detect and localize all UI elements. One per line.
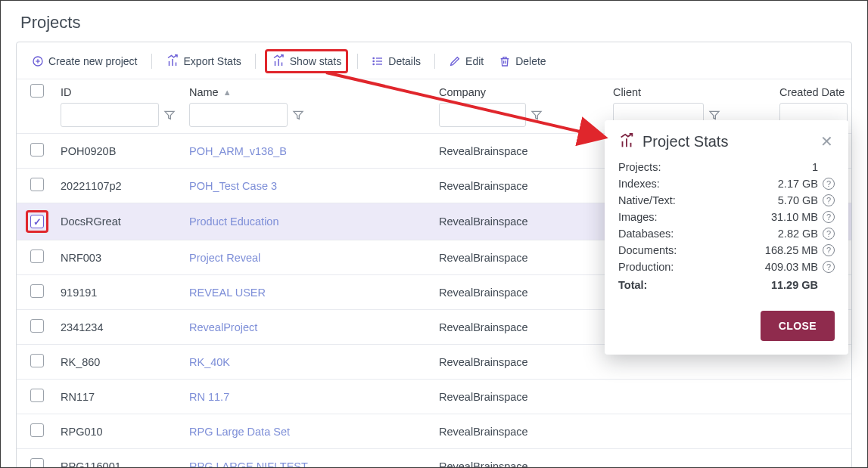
row-name-link[interactable]: RK_40K: [189, 356, 230, 368]
row-id: POH0920B: [61, 145, 116, 157]
help-icon[interactable]: ?: [823, 211, 835, 223]
help-icon[interactable]: ?: [823, 178, 835, 190]
row-company: RevealBrainspace: [439, 356, 528, 368]
stats-label: Indexes:: [618, 178, 758, 190]
edit-button[interactable]: Edit: [444, 52, 488, 70]
filter-icon[interactable]: [708, 109, 720, 121]
stats-row: Projects:1?: [618, 161, 835, 173]
details-label: Details: [388, 55, 421, 67]
row-id: RPG116001: [61, 460, 121, 469]
stats-value: 409.03 MB: [758, 261, 818, 273]
help-icon[interactable]: ?: [823, 228, 835, 240]
stats-value: 2.17 GB: [758, 178, 818, 190]
row-checkbox[interactable]: [30, 215, 44, 228]
row-checkbox[interactable]: [30, 458, 44, 468]
row-company: RevealBrainspace: [439, 180, 528, 192]
stats-label: Projects:: [618, 161, 758, 173]
svg-point-9: [373, 57, 374, 58]
row-company: RevealBrainspace: [439, 460, 528, 469]
sort-asc-icon: ▲: [223, 88, 232, 97]
row-checkbox[interactable]: [30, 284, 44, 298]
help-icon[interactable]: ?: [823, 244, 835, 256]
stats-label: Images:: [618, 211, 758, 223]
row-name-link[interactable]: RPG LARGE NIFI TEST: [189, 460, 308, 469]
row-company: RevealBrainspace: [439, 426, 528, 438]
row-company: RevealBrainspace: [439, 215, 528, 228]
help-icon[interactable]: ?: [823, 194, 835, 206]
col-name-label: Name: [189, 86, 219, 98]
row-checkbox[interactable]: [30, 319, 44, 333]
filter-icon[interactable]: [163, 109, 176, 121]
stats-total-label: Total:: [618, 279, 758, 291]
show-stats-button[interactable]: Show stats: [265, 49, 348, 73]
select-all-checkbox[interactable]: [30, 84, 44, 98]
row-name-link[interactable]: Project Reveal: [189, 252, 260, 264]
row-id: DocsRGreat: [61, 215, 121, 228]
stats-row: Native/Text:5.70 GB?: [618, 194, 835, 206]
filter-name-input[interactable]: [189, 103, 288, 127]
create-project-label: Create new project: [48, 55, 138, 67]
filter-icon[interactable]: [530, 109, 543, 121]
col-created[interactable]: Created Date: [776, 79, 851, 102]
delete-label: Delete: [515, 55, 546, 67]
stats-row: Indexes:2.17 GB?: [618, 178, 835, 190]
row-company: RevealBrainspace: [439, 252, 528, 264]
row-id: NRF003: [61, 252, 101, 264]
row-name-link[interactable]: RN 11.7: [189, 391, 229, 403]
delete-button[interactable]: Delete: [494, 52, 550, 70]
stats-row: Production:409.03 MB?: [618, 261, 835, 273]
filter-company-input[interactable]: [439, 103, 526, 127]
col-company[interactable]: Company: [436, 79, 610, 102]
stats-row: Databases:2.82 GB?: [618, 228, 835, 240]
row-id: 2341234: [61, 321, 103, 333]
stats-label: Production:: [618, 261, 758, 273]
row-name-link[interactable]: POH_ARM_v138_B: [189, 145, 287, 157]
table-row[interactable]: RPG010RPG Large Data SetRevealBrainspace: [17, 414, 851, 449]
create-project-button[interactable]: Create new project: [27, 52, 142, 70]
row-checkbox[interactable]: [30, 178, 44, 191]
bar-chart-up-icon: [618, 133, 635, 150]
row-checkbox[interactable]: [30, 143, 44, 157]
row-checkbox[interactable]: [30, 389, 44, 402]
bar-chart-up-icon: [272, 54, 285, 68]
export-stats-button[interactable]: Export Stats: [161, 51, 246, 71]
close-button[interactable]: CLOSE: [761, 311, 835, 341]
page-title: Projects: [20, 13, 852, 33]
svg-point-11: [373, 64, 374, 64]
stats-value: 2.82 GB: [758, 228, 818, 240]
stats-label: Documents:: [618, 244, 758, 256]
row-name-link[interactable]: Product Education: [189, 215, 279, 228]
project-stats-dialog: Project Stats ✕ Projects:1?Indexes:2.17 …: [605, 120, 848, 355]
edit-label: Edit: [465, 55, 484, 67]
filter-id-input[interactable]: [61, 103, 159, 127]
trash-icon: [499, 55, 511, 67]
filter-icon[interactable]: [292, 109, 304, 121]
close-icon[interactable]: ✕: [819, 132, 835, 150]
pencil-icon: [449, 55, 461, 67]
row-checkbox[interactable]: [30, 249, 44, 263]
stats-value: 168.25 MB: [758, 244, 818, 256]
help-icon[interactable]: ?: [823, 261, 835, 273]
row-company: RevealBrainspace: [439, 287, 528, 299]
stats-label: Native/Text:: [618, 194, 758, 206]
stats-row: Documents:168.25 MB?: [618, 244, 835, 256]
table-row[interactable]: RN117RN 11.7RevealBrainspace: [17, 380, 851, 414]
row-checkbox[interactable]: [30, 354, 44, 367]
row-company: RevealBrainspace: [439, 391, 528, 403]
col-client[interactable]: Client: [610, 79, 776, 102]
col-id[interactable]: ID: [58, 79, 186, 102]
col-name[interactable]: Name ▲: [186, 79, 436, 102]
row-checkbox[interactable]: [30, 423, 44, 437]
row-name-link[interactable]: REVEAL USER: [189, 287, 266, 299]
row-name-link[interactable]: POH_Test Case 3: [189, 180, 277, 192]
stats-row: Images:31.10 MB?: [618, 211, 835, 223]
row-id: 919191: [61, 287, 97, 299]
details-button[interactable]: Details: [367, 52, 425, 70]
row-id: RPG010: [61, 426, 103, 438]
row-name-link[interactable]: RevealProject: [189, 321, 257, 333]
stats-value: 5.70 GB: [758, 194, 818, 206]
row-name-link[interactable]: RPG Large Data Set: [189, 426, 290, 438]
show-stats-label: Show stats: [290, 55, 341, 67]
table-row[interactable]: RPG116001RPG LARGE NIFI TESTRevealBrains…: [17, 449, 851, 469]
bar-chart-up-icon: [166, 54, 179, 68]
